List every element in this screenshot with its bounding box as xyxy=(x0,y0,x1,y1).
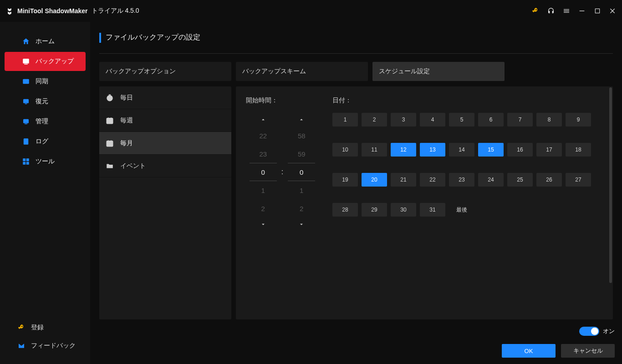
hour-spinner: 22 23 0 1 2 xyxy=(250,113,277,231)
svg-rect-3 xyxy=(24,64,28,65)
tab-label: バックアップスキーム xyxy=(242,67,306,76)
calendar-icon xyxy=(106,139,114,147)
freq-item-event[interactable]: イベント xyxy=(99,155,231,177)
sidebar-item-label: 管理 xyxy=(36,117,48,126)
date-cell[interactable]: 23 xyxy=(449,173,474,187)
date-cell-last[interactable]: 最後 xyxy=(449,203,474,217)
scrollbar-thumb[interactable] xyxy=(609,87,612,283)
sidebar-item-sync[interactable]: 同期 xyxy=(5,72,86,91)
sidebar-bottom-register[interactable]: 登録 xyxy=(0,318,90,337)
date-grid: 1234567891011121314151617181920212223242… xyxy=(332,113,603,217)
freq-item-daily[interactable]: 毎日 xyxy=(99,86,231,109)
headphone-icon[interactable] xyxy=(547,7,555,15)
sidebar: ホーム バックアップ 同期 復元 xyxy=(0,22,90,364)
date-cell[interactable]: 11 xyxy=(362,143,387,157)
brand-name-rest: トライアル 4.5.0 xyxy=(92,7,139,15)
minimize-icon[interactable] xyxy=(578,7,586,15)
sidebar-item-log[interactable]: ログ xyxy=(5,132,86,151)
folder-icon xyxy=(106,162,114,170)
footer: オン OK キャンセル xyxy=(502,327,615,358)
date-cell[interactable]: 7 xyxy=(507,113,533,126)
date-cell[interactable]: 31 xyxy=(420,203,445,217)
log-icon xyxy=(22,137,30,146)
sidebar-item-label: ログ xyxy=(36,137,48,146)
sidebar-bottom-feedback[interactable]: フィードバック xyxy=(0,337,90,355)
date-cell[interactable]: 12 xyxy=(391,143,416,157)
date-cell[interactable]: 10 xyxy=(332,143,358,157)
time-picker: 22 23 0 1 2 : xyxy=(246,113,319,231)
freq-item-monthly[interactable]: 毎月 xyxy=(99,132,231,155)
hour-up-arrow[interactable] xyxy=(250,113,277,126)
cancel-button[interactable]: キャンセル xyxy=(561,344,615,358)
date-cell[interactable]: 5 xyxy=(449,113,474,126)
date-cell[interactable]: 18 xyxy=(566,143,591,157)
date-cell[interactable]: 25 xyxy=(507,173,533,187)
ok-button[interactable]: OK xyxy=(502,344,556,358)
date-cell[interactable]: 1 xyxy=(332,113,358,126)
minute-value[interactable]: 58 xyxy=(288,126,315,145)
sidebar-item-tools[interactable]: ツール xyxy=(5,152,86,171)
date-cell[interactable]: 30 xyxy=(391,203,416,217)
date-cell[interactable]: 8 xyxy=(536,113,562,126)
date-cell[interactable]: 26 xyxy=(536,173,562,187)
date-cell[interactable]: 20 xyxy=(362,173,387,187)
schedule-toggle: オン xyxy=(579,327,615,336)
hour-down-arrow[interactable] xyxy=(250,217,277,231)
key-icon[interactable] xyxy=(532,7,539,15)
toggle-switch[interactable] xyxy=(579,327,599,336)
freq-item-label: 毎月 xyxy=(120,139,133,147)
date-cell[interactable]: 27 xyxy=(566,173,591,187)
sidebar-item-manage[interactable]: 管理 xyxy=(5,112,86,131)
time-colon: : xyxy=(281,163,283,181)
date-cell[interactable]: 2 xyxy=(362,113,387,126)
tools-icon xyxy=(22,157,30,166)
hour-value[interactable]: 2 xyxy=(250,199,277,217)
date-cell[interactable]: 4 xyxy=(420,113,445,126)
sidebar-item-home[interactable]: ホーム xyxy=(5,32,86,51)
date-cell[interactable]: 9 xyxy=(566,113,591,126)
close-icon[interactable] xyxy=(609,7,617,15)
minute-value[interactable]: 2 xyxy=(288,199,315,217)
tab-scheme[interactable]: バックアップスキーム xyxy=(236,62,368,81)
date-cell[interactable]: 22 xyxy=(420,173,445,187)
scrollbar[interactable] xyxy=(609,87,612,318)
grid-row-gap xyxy=(332,130,591,139)
menu-icon[interactable] xyxy=(563,7,570,15)
tabs: バックアップオプション バックアップスキーム スケジュール設定 xyxy=(99,62,613,81)
date-cell[interactable]: 29 xyxy=(362,203,387,217)
titlebar: MiniTool ShadowMaker トライアル 4.5.0 xyxy=(0,0,622,22)
date-cell[interactable]: 21 xyxy=(391,173,416,187)
date-cell[interactable]: 6 xyxy=(478,113,504,126)
svg-rect-5 xyxy=(23,99,29,103)
svg-rect-11 xyxy=(26,158,29,161)
minute-value[interactable]: 1 xyxy=(288,181,315,199)
minute-down-arrow[interactable] xyxy=(288,217,315,231)
date-cell[interactable]: 15 xyxy=(478,143,504,157)
date-column: 日付： 123456789101112131415161718192021222… xyxy=(332,96,603,319)
date-cell[interactable]: 17 xyxy=(536,143,562,157)
date-cell[interactable]: 28 xyxy=(332,203,358,217)
date-cell[interactable]: 13 xyxy=(420,143,445,157)
minute-value-selected[interactable]: 0 xyxy=(288,163,315,181)
minute-up-arrow[interactable] xyxy=(288,113,315,126)
freq-item-weekly[interactable]: 毎週 xyxy=(99,109,231,132)
date-cell[interactable]: 14 xyxy=(449,143,474,157)
clock-icon xyxy=(106,94,114,102)
hour-value-selected[interactable]: 0 xyxy=(250,163,277,181)
toggle-label: オン xyxy=(603,327,615,335)
tab-options[interactable]: バックアップオプション xyxy=(99,62,231,81)
date-cell[interactable]: 3 xyxy=(391,113,416,126)
maximize-icon[interactable] xyxy=(594,7,601,15)
sidebar-item-backup[interactable]: バックアップ xyxy=(5,52,86,71)
freq-item-label: イベント xyxy=(120,162,146,170)
minute-value[interactable]: 59 xyxy=(288,145,315,163)
start-time-column: 開始時間： 22 23 0 1 xyxy=(246,96,319,319)
hour-value[interactable]: 1 xyxy=(250,181,277,199)
sidebar-item-restore[interactable]: 復元 xyxy=(5,92,86,111)
date-cell[interactable]: 19 xyxy=(332,173,358,187)
date-cell[interactable]: 24 xyxy=(478,173,504,187)
date-cell[interactable]: 16 xyxy=(507,143,533,157)
hour-value[interactable]: 22 xyxy=(250,126,277,145)
hour-value[interactable]: 23 xyxy=(250,145,277,163)
tab-schedule[interactable]: スケジュール設定 xyxy=(372,62,505,81)
